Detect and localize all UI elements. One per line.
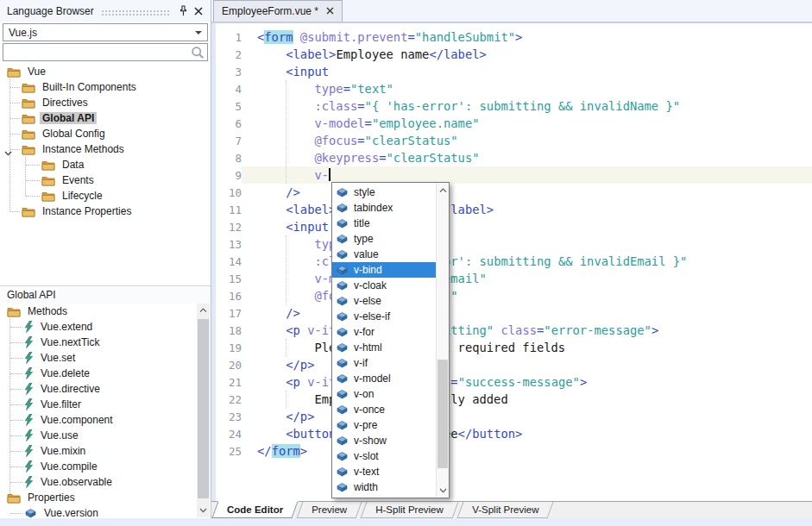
autocomplete-item[interactable]: width [332,479,436,495]
tree-item[interactable]: Vue.extend [0,319,197,335]
code-line[interactable]: 17 /> [211,304,812,322]
tree-item[interactable]: Lifecycle [0,188,211,204]
scroll-up-icon[interactable] [437,184,449,197]
autocomplete-scrollbar[interactable] [436,183,449,498]
tree-item[interactable]: Vue.filter [0,397,197,412]
tree-item-label: Properties [25,492,78,504]
search-input[interactable] [3,47,191,59]
autocomplete-item[interactable]: v-text [332,464,436,479]
tree-connector [10,373,22,374]
autocomplete-item[interactable]: v-else-if [332,309,436,324]
code-line[interactable]: 5 :class="{ 'has-error': submitting && i… [211,97,812,115]
autocomplete-item[interactable]: title [332,216,436,231]
scroll-down-icon[interactable] [437,484,449,497]
autocomplete-item[interactable]: v-for [332,324,436,340]
tree-item[interactable]: Properties [0,490,197,505]
tree-item[interactable]: Vue [0,64,211,79]
close-icon[interactable] [191,3,205,18]
tab-close-icon[interactable] [326,5,334,17]
tree-item-label: Instance Properties [40,205,134,217]
code-line[interactable]: 11 <label>Employee email</label> [211,201,812,218]
tree-item[interactable]: Instance Properties [0,204,211,219]
autocomplete-item-label: v-for [354,326,375,338]
tree-item[interactable]: Vue.version [0,505,197,518]
code-line[interactable]: 9 v- [211,166,812,184]
scrollbar-thumb[interactable] [437,360,448,468]
code-line[interactable]: 15 v-model="employee.email" [211,270,812,287]
autocomplete-item[interactable]: value [332,247,436,262]
code-line[interactable]: 2 <label>Employee name</label> [211,46,812,63]
autocomplete-item[interactable]: v-slot [332,448,436,464]
tree-item[interactable]: Global API [0,110,211,126]
tree-item[interactable]: Vue.directive [0,381,197,397]
code-line[interactable]: 7 @focus="clearStatus" [211,132,812,149]
code-line[interactable]: 6 v-model="employee.name" [211,115,812,132]
tree-item[interactable]: Vue.delete [0,366,197,381]
code-line[interactable]: 16 @focus="clearStatus" [211,287,812,304]
tree-scrollbar[interactable] [197,304,210,517]
scroll-down-icon[interactable] [197,504,210,517]
autocomplete-item[interactable]: style [332,185,436,200]
code-line[interactable]: 12 <input [211,218,812,235]
tree-item[interactable]: Global Config [0,126,211,141]
code-line[interactable]: 19 Please fill out all required fields [211,339,812,356]
tree-item[interactable]: Events [0,172,211,188]
view-tab-code-editor[interactable]: Code Editor [211,501,298,518]
tree-item[interactable]: Vue.observable [0,474,197,490]
tree-item[interactable]: Vue.component [0,412,197,428]
tree-item[interactable]: Vue.use [0,428,197,443]
code-line[interactable]: 23 </p> [211,408,812,425]
code-line[interactable]: 20 </p> [211,356,812,373]
document-tab[interactable]: EmployeeForm.vue * [213,0,343,22]
code-line[interactable]: 4 type="text" [211,80,812,97]
tree-item[interactable]: Directives [0,95,211,110]
code-area[interactable]: 1<form @submit.prevent="handleSubmit">2 … [211,23,812,501]
drag-grip[interactable] [101,9,169,16]
tree-item[interactable]: Vue.compile [0,459,197,474]
code-line[interactable]: 22 Employee successfully added [211,391,812,408]
line-number: 4 [216,80,242,97]
autocomplete-item[interactable]: v-model [332,371,436,386]
pin-icon[interactable] [176,3,191,18]
code-line[interactable]: 1<form @submit.prevent="handleSubmit"> [211,28,812,46]
view-tab-v-split-preview[interactable]: V-Split Preview [456,502,553,518]
tree-item[interactable]: Methods [0,304,197,319]
code-text: type="text" [242,80,812,97]
scroll-up-icon[interactable] [197,304,210,317]
folder-icon [22,113,35,124]
autocomplete-item[interactable]: v-if [332,355,436,371]
code-line[interactable]: 21 <p v-if="success" class="success-mess… [211,373,812,391]
tree-item[interactable]: Built-In Components [0,79,211,95]
tree-item[interactable]: Instance Methods [0,141,211,157]
code-line[interactable]: 25</form> [211,442,812,460]
line-number: 25 [216,442,242,460]
tree-item[interactable]: Vue.nextTick [0,335,197,350]
tree-item[interactable]: Data [0,157,211,172]
code-line[interactable]: 13 type="text" [211,235,812,253]
code-line[interactable]: 14 :class="{ 'has-error': submitting && … [211,253,812,270]
autocomplete-item[interactable]: tabindex [332,200,436,216]
autocomplete-item[interactable]: v-once [332,402,436,417]
code-line[interactable]: 24 <button>Add New Employee</button> [211,425,812,442]
autocomplete-item[interactable]: type [332,231,436,247]
code-line[interactable]: 3 <input [211,63,812,80]
line-number: 20 [216,356,242,373]
autocomplete-item[interactable]: v-show [332,433,436,448]
scrollbar-thumb[interactable] [198,319,209,498]
autocomplete-item[interactable]: v-html [332,340,436,355]
code-line[interactable]: 10 /> [211,184,812,201]
autocomplete-item[interactable]: v-bind [332,262,436,278]
tree-connector [10,513,22,514]
tree-item[interactable]: Vue.set [0,350,197,366]
property-icon [336,249,349,260]
autocomplete-item[interactable]: v-cloak [332,278,436,293]
autocomplete-item[interactable]: v-on [332,386,436,402]
view-tab-preview[interactable]: Preview [297,502,362,518]
autocomplete-item[interactable]: v-pre [332,417,436,433]
autocomplete-item[interactable]: v-else [332,293,436,309]
code-line[interactable]: 8 @keypress="clearStatus" [211,149,812,166]
view-tab-h-split-preview[interactable]: H-Split Preview [361,502,459,518]
tree-item[interactable]: Vue.mixin [0,443,197,459]
language-select[interactable]: Vue.js [3,23,208,41]
code-line[interactable]: 18 <p v-if="error && submitting" class="… [211,322,812,339]
